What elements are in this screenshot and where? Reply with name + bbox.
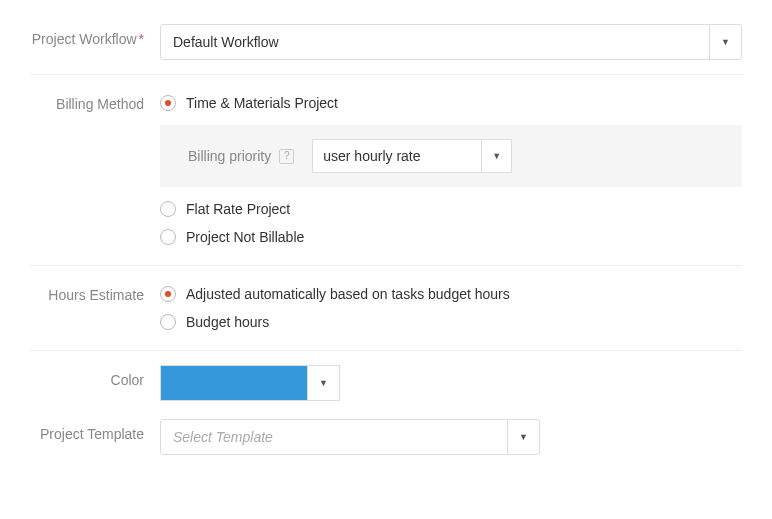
billing-label: Billing Method xyxy=(30,89,160,114)
color-label: Color xyxy=(30,365,160,390)
row-color: Color ▼ xyxy=(30,351,742,415)
billing-option-flat-rate-label: Flat Rate Project xyxy=(186,201,290,217)
row-billing: Billing Method Time & Materials Project … xyxy=(30,75,742,266)
hours-label: Hours Estimate xyxy=(30,280,160,305)
template-select[interactable]: Select Template ▼ xyxy=(160,419,540,455)
radio-icon xyxy=(160,314,176,330)
template-select-placeholder: Select Template xyxy=(161,420,507,454)
color-field: ▼ xyxy=(160,365,742,401)
workflow-select[interactable]: Default Workflow ▼ xyxy=(160,24,742,60)
row-hours: Hours Estimate Adjusted automatically ba… xyxy=(30,266,742,351)
radio-icon xyxy=(160,201,176,217)
billing-priority-label: Billing priority xyxy=(188,148,271,164)
help-icon[interactable]: ? xyxy=(279,149,294,164)
row-template: Project Template Select Template ▼ xyxy=(30,415,742,469)
chevron-down-icon: ▼ xyxy=(709,25,741,59)
billing-priority-value: user hourly rate xyxy=(313,140,481,172)
color-swatch xyxy=(161,366,307,400)
chevron-down-icon: ▼ xyxy=(481,140,511,172)
billing-option-time-materials-label: Time & Materials Project xyxy=(186,95,338,111)
billing-option-not-billable[interactable]: Project Not Billable xyxy=(160,223,742,251)
template-field: Select Template ▼ xyxy=(160,419,742,455)
workflow-field: Default Workflow ▼ xyxy=(160,24,742,60)
color-select[interactable]: ▼ xyxy=(160,365,340,401)
billing-option-time-materials[interactable]: Time & Materials Project xyxy=(160,89,742,117)
billing-option-not-billable-label: Project Not Billable xyxy=(186,229,304,245)
template-label: Project Template xyxy=(30,419,160,444)
hours-field: Adjusted automatically based on tasks bu… xyxy=(160,280,742,336)
required-marker: * xyxy=(139,31,144,47)
chevron-down-icon: ▼ xyxy=(507,420,539,454)
billing-priority-panel: Billing priority ? user hourly rate ▼ xyxy=(160,125,742,187)
project-form: Project Workflow* Default Workflow ▼ Bil… xyxy=(0,0,772,499)
billing-priority-select[interactable]: user hourly rate ▼ xyxy=(312,139,512,173)
radio-icon xyxy=(160,95,176,111)
radio-icon xyxy=(160,286,176,302)
billing-field: Time & Materials Project Billing priorit… xyxy=(160,89,742,251)
row-workflow: Project Workflow* Default Workflow ▼ xyxy=(30,10,742,75)
chevron-down-icon: ▼ xyxy=(307,366,339,400)
hours-option-auto-label: Adjusted automatically based on tasks bu… xyxy=(186,286,510,302)
hours-option-budget[interactable]: Budget hours xyxy=(160,308,742,336)
workflow-label-wrap: Project Workflow* xyxy=(30,24,160,49)
hours-option-budget-label: Budget hours xyxy=(186,314,269,330)
radio-icon xyxy=(160,229,176,245)
workflow-label: Project Workflow xyxy=(32,31,137,47)
workflow-select-value: Default Workflow xyxy=(161,25,709,59)
billing-option-flat-rate[interactable]: Flat Rate Project xyxy=(160,195,742,223)
hours-option-auto[interactable]: Adjusted automatically based on tasks bu… xyxy=(160,280,742,308)
